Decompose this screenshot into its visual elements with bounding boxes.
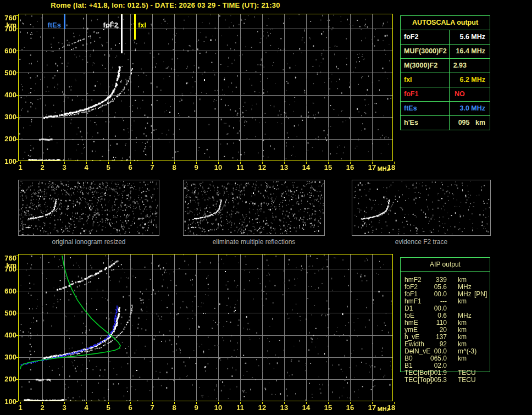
row-value: 095 km bbox=[450, 116, 490, 130]
thumbnail-eliminate-reflections bbox=[183, 180, 325, 236]
row-value: 2.93 bbox=[450, 59, 490, 73]
row-note: [PN] bbox=[474, 291, 487, 298]
page-title: Rome (lat: +41.8, lon: 012.5) - DATE: 20… bbox=[0, 1, 331, 9]
row-label: foF2 bbox=[401, 30, 450, 44]
table-row-hEs: h'Es 095 km bbox=[401, 116, 490, 130]
row-label: MUF(3000)F2 bbox=[401, 45, 450, 58]
table-row-foF2: foF2 5.6 MHz bbox=[401, 30, 490, 45]
autoscala-table-title: AUTOSCALA output bbox=[401, 16, 490, 30]
row-unit: km bbox=[458, 355, 467, 362]
ionogram-bottom-canvas bbox=[0, 250, 401, 415]
row-value: 005.3 bbox=[401, 377, 447, 384]
thumbnail-original-ionogram bbox=[18, 180, 159, 236]
row-label: foF1 bbox=[401, 87, 450, 101]
autoscala-output-table: AUTOSCALA output foF2 5.6 MHz MUF(3000)F… bbox=[400, 15, 490, 130]
row-label: h'Es bbox=[401, 116, 450, 130]
table-row-TEC-Top: TEC[Top]005.3TECU bbox=[401, 377, 490, 384]
row-value: 5.6 MHz bbox=[450, 30, 490, 44]
row-value: 6.2 MHz bbox=[450, 73, 490, 87]
row-label: M(3000)F2 bbox=[401, 59, 450, 73]
thumbnail-caption-reflections: eliminate multiple reflections bbox=[183, 238, 325, 246]
row-unit: TECU bbox=[458, 377, 476, 384]
aip-output-table: AIP output hmF2339km foF205.6MHz foF100.… bbox=[400, 257, 490, 372]
thumbnail-caption-f2trace: evidence F2 trace bbox=[352, 238, 491, 246]
table-row-M3000F2: M(3000)F2 2.93 bbox=[401, 59, 490, 73]
row-label: ftEs bbox=[401, 102, 450, 115]
autoscala-screen: Rome (lat: +41.8, lon: 012.5) - DATE: 20… bbox=[0, 0, 532, 415]
table-row-MUF3000F2: MUF(3000)F2 16.4 MHz bbox=[401, 45, 490, 59]
thumbnail-evidence-f2-trace bbox=[352, 180, 491, 236]
row-label: fxI bbox=[401, 73, 450, 87]
aip-table-title: AIP output bbox=[401, 258, 490, 272]
row-value: 3.0 MHz bbox=[450, 102, 490, 115]
row-value: 16.4 MHz bbox=[450, 45, 490, 58]
thumbnail-caption-original: original ionogram resized bbox=[18, 238, 159, 246]
aip-table-rows: hmF2339km foF205.6MHz foF100.0MHz[PN] hm… bbox=[401, 276, 490, 384]
table-row-foF1: foF1 NO bbox=[401, 87, 490, 102]
row-unit: km bbox=[458, 298, 467, 305]
row-value: NO bbox=[450, 87, 490, 101]
table-row-fxI: fxI 6.2 MHz bbox=[401, 73, 490, 87]
table-row-ftEs: ftEs 3.0 MHz bbox=[401, 102, 490, 116]
ionogram-top-canvas bbox=[0, 10, 401, 175]
